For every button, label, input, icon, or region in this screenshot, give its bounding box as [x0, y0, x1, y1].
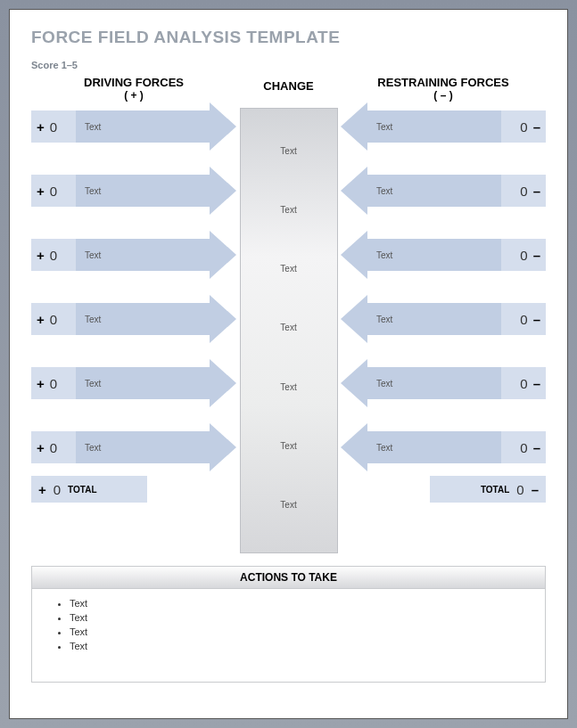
restraining-score-value[interactable]: 0: [520, 312, 527, 327]
driving-force-label: Text: [85, 379, 101, 389]
restraining-score-value[interactable]: 0: [520, 184, 527, 199]
driving-force-label: Text: [85, 186, 101, 196]
driving-force-arrow[interactable]: Text: [76, 239, 210, 271]
plus-icon: +: [37, 312, 45, 327]
change-item[interactable]: Text: [280, 382, 296, 392]
restraining-force-label: Text: [376, 122, 392, 132]
minus-icon: –: [533, 376, 540, 391]
driving-score-box: + 0: [31, 110, 76, 143]
driving-score-value[interactable]: 0: [50, 119, 57, 135]
driving-force-arrow[interactable]: Text: [76, 431, 210, 463]
driving-force-label: Text: [85, 315, 101, 324]
change-item[interactable]: Text: [280, 441, 296, 451]
restraining-force-arrow[interactable]: Text: [367, 303, 501, 335]
driving-force-arrow[interactable]: Text: [76, 303, 210, 335]
driving-force-arrow[interactable]: Text: [76, 175, 210, 207]
minus-icon: –: [533, 312, 540, 327]
minus-icon: –: [532, 482, 539, 497]
restraining-force-row: Text 0 –: [341, 431, 546, 463]
driving-force-label: Text: [85, 122, 101, 132]
driving-score-value[interactable]: 0: [50, 312, 57, 327]
change-item[interactable]: Text: [280, 146, 296, 156]
driving-force-row: + 0 Text: [31, 110, 236, 143]
restraining-force-arrow[interactable]: Text: [367, 110, 501, 143]
change-item[interactable]: Text: [280, 205, 296, 215]
actions-body: TextTextTextText: [32, 589, 545, 682]
plus-icon: +: [37, 184, 45, 199]
change-header: CHANGE: [263, 76, 313, 93]
change-column: CHANGE TextTextTextTextTextTextText: [236, 76, 341, 553]
driving-score-value[interactable]: 0: [50, 248, 57, 263]
restraining-force-row: Text 0 –: [341, 239, 546, 271]
restraining-header: RESTRAINING FORCES: [341, 76, 546, 89]
driving-force-row: + 0 Text: [31, 431, 236, 463]
driving-score-box: + 0: [31, 175, 76, 207]
plus-icon: +: [38, 482, 46, 497]
change-pillar: TextTextTextTextTextTextText: [240, 108, 338, 553]
plus-icon: +: [37, 440, 45, 455]
restraining-score-value[interactable]: 0: [520, 248, 527, 263]
driving-force-label: Text: [85, 443, 101, 453]
restraining-force-arrow[interactable]: Text: [367, 367, 501, 399]
driving-total-row: + 0 TOTAL: [31, 476, 147, 503]
restraining-force-row: Text 0 –: [341, 175, 546, 207]
restraining-total-value[interactable]: 0: [516, 482, 523, 497]
restraining-score-value[interactable]: 0: [520, 376, 527, 391]
driving-score-value[interactable]: 0: [50, 440, 57, 455]
minus-icon: –: [533, 440, 540, 455]
driving-sign-header: ( + ): [31, 89, 236, 102]
action-item[interactable]: Text: [70, 598, 520, 609]
driving-header: DRIVING FORCES: [31, 76, 236, 89]
action-item[interactable]: Text: [70, 626, 520, 637]
analysis-columns: DRIVING FORCES ( + ) + 0 Text + 0 Text +…: [31, 76, 546, 553]
driving-column: DRIVING FORCES ( + ) + 0 Text + 0 Text +…: [31, 76, 236, 553]
score-label: Score 1–5: [31, 60, 546, 70]
driving-score-value[interactable]: 0: [50, 184, 57, 199]
actions-section: ACTIONS TO TAKE TextTextTextText: [31, 566, 546, 683]
driving-force-arrow[interactable]: Text: [76, 110, 210, 143]
driving-score-value[interactable]: 0: [50, 376, 57, 391]
plus-icon: +: [37, 376, 45, 391]
minus-icon: –: [533, 184, 540, 199]
page-title: FORCE FIELD ANALYSIS TEMPLATE: [31, 28, 546, 47]
driving-force-row: + 0 Text: [31, 303, 236, 335]
restraining-force-row: Text 0 –: [341, 303, 546, 335]
restraining-score-box: 0 –: [501, 431, 546, 463]
action-item[interactable]: Text: [70, 612, 520, 623]
driving-force-arrow[interactable]: Text: [76, 367, 210, 399]
restraining-force-arrow[interactable]: Text: [367, 431, 501, 463]
change-item[interactable]: Text: [280, 323, 296, 332]
restraining-column: RESTRAINING FORCES ( – ) Text 0 – Text 0…: [341, 76, 546, 553]
minus-icon: –: [533, 248, 540, 263]
driving-score-box: + 0: [31, 431, 76, 463]
total-label: TOTAL: [68, 485, 96, 495]
restraining-force-arrow[interactable]: Text: [367, 239, 501, 271]
change-item[interactable]: Text: [280, 264, 296, 274]
driving-force-row: + 0 Text: [31, 367, 236, 399]
driving-score-box: + 0: [31, 239, 76, 271]
plus-icon: +: [37, 119, 45, 135]
restraining-force-row: Text 0 –: [341, 110, 546, 143]
restraining-score-value[interactable]: 0: [520, 119, 527, 135]
restraining-force-label: Text: [376, 315, 392, 324]
restraining-score-box: 0 –: [501, 367, 546, 399]
restraining-score-value[interactable]: 0: [520, 440, 527, 455]
change-item[interactable]: Text: [280, 500, 296, 510]
total-label: TOTAL: [481, 485, 509, 495]
restraining-force-label: Text: [376, 379, 392, 389]
restraining-force-arrow[interactable]: Text: [367, 175, 501, 207]
restraining-score-box: 0 –: [501, 303, 546, 335]
driving-score-box: + 0: [31, 303, 76, 335]
driving-force-label: Text: [85, 250, 101, 260]
driving-force-row: + 0 Text: [31, 175, 236, 207]
restraining-score-box: 0 –: [501, 239, 546, 271]
restraining-sign-header: ( – ): [341, 89, 546, 102]
restraining-total-row: TOTAL 0 –: [430, 476, 546, 503]
driving-total-value[interactable]: 0: [54, 482, 61, 497]
driving-force-row: + 0 Text: [31, 239, 236, 271]
restraining-score-box: 0 –: [501, 110, 546, 143]
restraining-score-box: 0 –: [501, 175, 546, 207]
driving-score-box: + 0: [31, 367, 76, 399]
restraining-force-label: Text: [376, 443, 392, 453]
action-item[interactable]: Text: [70, 641, 520, 651]
